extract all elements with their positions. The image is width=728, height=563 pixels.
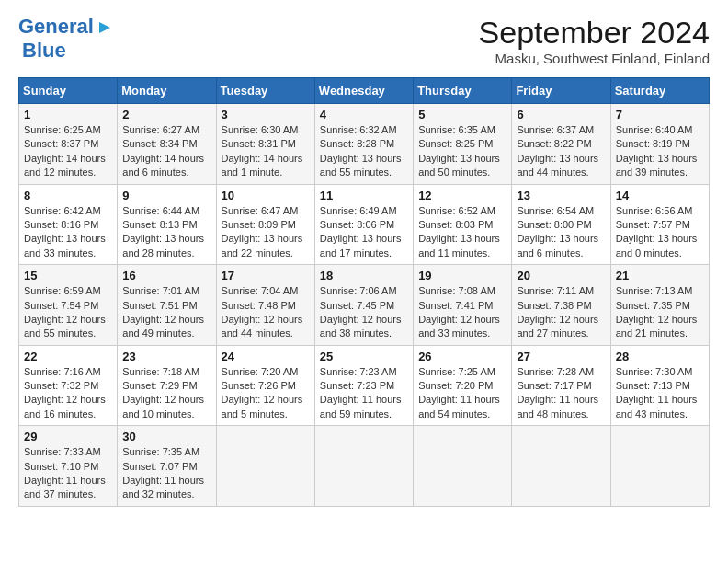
day-header-thursday: Thursday bbox=[414, 78, 512, 104]
day-number: 6 bbox=[517, 108, 605, 121]
calendar-cell: 13Sunrise: 6:54 AMSunset: 8:00 PMDayligh… bbox=[512, 184, 610, 265]
day-number: 24 bbox=[222, 350, 310, 363]
cell-info: Sunrise: 6:30 AMSunset: 8:31 PMDaylight:… bbox=[222, 123, 310, 180]
cell-info: Sunrise: 7:23 AMSunset: 7:23 PMDaylight:… bbox=[320, 365, 408, 422]
calendar-cell: 6Sunrise: 6:37 AMSunset: 8:22 PMDaylight… bbox=[512, 104, 610, 185]
logo-text: General bbox=[18, 15, 94, 39]
calendar-cell-empty bbox=[414, 426, 512, 507]
svg-marker-0 bbox=[99, 22, 110, 33]
calendar-cell: 28Sunrise: 7:30 AMSunset: 7:13 PMDayligh… bbox=[610, 345, 709, 426]
calendar-cell: 7Sunrise: 6:40 AMSunset: 8:19 PMDaylight… bbox=[610, 104, 709, 185]
day-header-sunday: Sunday bbox=[19, 78, 118, 104]
cell-info: Sunrise: 7:11 AMSunset: 7:38 PMDaylight:… bbox=[517, 284, 605, 341]
cell-info: Sunrise: 7:33 AMSunset: 7:10 PMDaylight:… bbox=[24, 445, 112, 502]
cell-info: Sunrise: 7:06 AMSunset: 7:45 PMDaylight:… bbox=[320, 284, 408, 341]
title-area: September 2024 Masku, Southwest Finland,… bbox=[479, 15, 710, 66]
day-number: 25 bbox=[320, 350, 408, 363]
day-number: 3 bbox=[222, 108, 310, 121]
cell-info: Sunrise: 6:37 AMSunset: 8:22 PMDaylight:… bbox=[517, 123, 605, 180]
cell-info: Sunrise: 7:18 AMSunset: 7:29 PMDaylight:… bbox=[122, 365, 210, 422]
cell-info: Sunrise: 6:32 AMSunset: 8:28 PMDaylight:… bbox=[320, 123, 408, 180]
calendar-week-row: 22Sunrise: 7:16 AMSunset: 7:32 PMDayligh… bbox=[19, 345, 710, 426]
cell-info: Sunrise: 7:25 AMSunset: 7:20 PMDaylight:… bbox=[418, 365, 506, 422]
day-number: 16 bbox=[122, 269, 210, 282]
calendar-header-row: SundayMondayTuesdayWednesdayThursdayFrid… bbox=[19, 78, 710, 104]
day-number: 10 bbox=[222, 189, 310, 202]
cell-info: Sunrise: 6:59 AMSunset: 7:54 PMDaylight:… bbox=[24, 284, 112, 341]
day-number: 26 bbox=[418, 350, 506, 363]
day-number: 29 bbox=[24, 430, 112, 443]
day-header-monday: Monday bbox=[118, 78, 216, 104]
calendar-cell: 12Sunrise: 6:52 AMSunset: 8:03 PMDayligh… bbox=[414, 184, 512, 265]
calendar-cell: 4Sunrise: 6:32 AMSunset: 8:28 PMDaylight… bbox=[314, 104, 413, 185]
cell-info: Sunrise: 7:20 AMSunset: 7:26 PMDaylight:… bbox=[222, 365, 310, 422]
cell-info: Sunrise: 6:27 AMSunset: 8:34 PMDaylight:… bbox=[122, 123, 210, 180]
calendar-cell: 23Sunrise: 7:18 AMSunset: 7:29 PMDayligh… bbox=[118, 345, 216, 426]
logo-blue-text: Blue bbox=[22, 39, 66, 62]
day-header-wednesday: Wednesday bbox=[314, 78, 413, 104]
day-number: 2 bbox=[122, 108, 210, 121]
day-number: 1 bbox=[24, 108, 112, 121]
calendar-cell: 2Sunrise: 6:27 AMSunset: 8:34 PMDaylight… bbox=[118, 104, 216, 185]
cell-info: Sunrise: 6:42 AMSunset: 8:16 PMDaylight:… bbox=[24, 204, 112, 261]
cell-info: Sunrise: 7:01 AMSunset: 7:51 PMDaylight:… bbox=[122, 284, 210, 341]
calendar-cell: 21Sunrise: 7:13 AMSunset: 7:35 PMDayligh… bbox=[610, 265, 709, 346]
day-number: 4 bbox=[320, 108, 408, 121]
calendar-cell: 9Sunrise: 6:44 AMSunset: 8:13 PMDaylight… bbox=[118, 184, 216, 265]
cell-info: Sunrise: 7:08 AMSunset: 7:41 PMDaylight:… bbox=[418, 284, 506, 341]
day-number: 28 bbox=[616, 350, 704, 363]
calendar-cell: 1Sunrise: 6:25 AMSunset: 8:37 PMDaylight… bbox=[19, 104, 118, 185]
cell-info: Sunrise: 7:16 AMSunset: 7:32 PMDaylight:… bbox=[24, 365, 112, 422]
calendar-week-row: 29Sunrise: 7:33 AMSunset: 7:10 PMDayligh… bbox=[19, 426, 710, 507]
calendar-cell: 18Sunrise: 7:06 AMSunset: 7:45 PMDayligh… bbox=[314, 265, 413, 346]
cell-info: Sunrise: 6:25 AMSunset: 8:37 PMDaylight:… bbox=[24, 123, 112, 180]
day-number: 7 bbox=[616, 108, 704, 121]
cell-info: Sunrise: 6:44 AMSunset: 8:13 PMDaylight:… bbox=[122, 204, 210, 261]
cell-info: Sunrise: 7:13 AMSunset: 7:35 PMDaylight:… bbox=[616, 284, 704, 341]
calendar-cell: 3Sunrise: 6:30 AMSunset: 8:31 PMDaylight… bbox=[216, 104, 314, 185]
day-number: 5 bbox=[418, 108, 506, 121]
header: General Blue September 2024 Masku, South… bbox=[18, 15, 710, 66]
cell-info: Sunrise: 6:54 AMSunset: 8:00 PMDaylight:… bbox=[517, 204, 605, 261]
calendar-cell: 20Sunrise: 7:11 AMSunset: 7:38 PMDayligh… bbox=[512, 265, 610, 346]
day-number: 21 bbox=[616, 269, 704, 282]
calendar-cell-empty bbox=[216, 426, 314, 507]
calendar-cell: 15Sunrise: 6:59 AMSunset: 7:54 PMDayligh… bbox=[19, 265, 118, 346]
day-number: 9 bbox=[122, 189, 210, 202]
logo-arrow-icon bbox=[96, 18, 114, 37]
calendar-cell: 14Sunrise: 6:56 AMSunset: 7:57 PMDayligh… bbox=[610, 184, 709, 265]
day-header-friday: Friday bbox=[512, 78, 610, 104]
day-number: 19 bbox=[418, 269, 506, 282]
calendar-cell-empty bbox=[610, 426, 709, 507]
calendar-cell: 26Sunrise: 7:25 AMSunset: 7:20 PMDayligh… bbox=[414, 345, 512, 426]
cell-info: Sunrise: 6:35 AMSunset: 8:25 PMDaylight:… bbox=[418, 123, 506, 180]
calendar-cell: 11Sunrise: 6:49 AMSunset: 8:06 PMDayligh… bbox=[314, 184, 413, 265]
calendar-week-row: 8Sunrise: 6:42 AMSunset: 8:16 PMDaylight… bbox=[19, 184, 710, 265]
day-number: 8 bbox=[24, 189, 112, 202]
cell-info: Sunrise: 6:49 AMSunset: 8:06 PMDaylight:… bbox=[320, 204, 408, 261]
day-number: 11 bbox=[320, 189, 408, 202]
calendar-cell: 27Sunrise: 7:28 AMSunset: 7:17 PMDayligh… bbox=[512, 345, 610, 426]
day-number: 22 bbox=[24, 350, 112, 363]
cell-info: Sunrise: 6:56 AMSunset: 7:57 PMDaylight:… bbox=[616, 204, 704, 261]
cell-info: Sunrise: 7:30 AMSunset: 7:13 PMDaylight:… bbox=[616, 365, 704, 422]
calendar-cell: 17Sunrise: 7:04 AMSunset: 7:48 PMDayligh… bbox=[216, 265, 314, 346]
day-number: 18 bbox=[320, 269, 408, 282]
day-number: 20 bbox=[517, 269, 605, 282]
calendar-cell: 30Sunrise: 7:35 AMSunset: 7:07 PMDayligh… bbox=[118, 426, 216, 507]
day-number: 14 bbox=[616, 189, 704, 202]
logo: General Blue bbox=[18, 15, 114, 63]
page-title: September 2024 bbox=[479, 15, 710, 51]
day-number: 27 bbox=[517, 350, 605, 363]
day-number: 30 bbox=[122, 430, 210, 443]
calendar-cell: 24Sunrise: 7:20 AMSunset: 7:26 PMDayligh… bbox=[216, 345, 314, 426]
day-number: 13 bbox=[517, 189, 605, 202]
calendar-cell: 8Sunrise: 6:42 AMSunset: 8:16 PMDaylight… bbox=[19, 184, 118, 265]
calendar-cell-empty bbox=[512, 426, 610, 507]
cell-info: Sunrise: 6:40 AMSunset: 8:19 PMDaylight:… bbox=[616, 123, 704, 180]
calendar-cell: 25Sunrise: 7:23 AMSunset: 7:23 PMDayligh… bbox=[314, 345, 413, 426]
day-number: 17 bbox=[222, 269, 310, 282]
calendar-cell: 5Sunrise: 6:35 AMSunset: 8:25 PMDaylight… bbox=[414, 104, 512, 185]
day-number: 15 bbox=[24, 269, 112, 282]
cell-info: Sunrise: 6:47 AMSunset: 8:09 PMDaylight:… bbox=[222, 204, 310, 261]
